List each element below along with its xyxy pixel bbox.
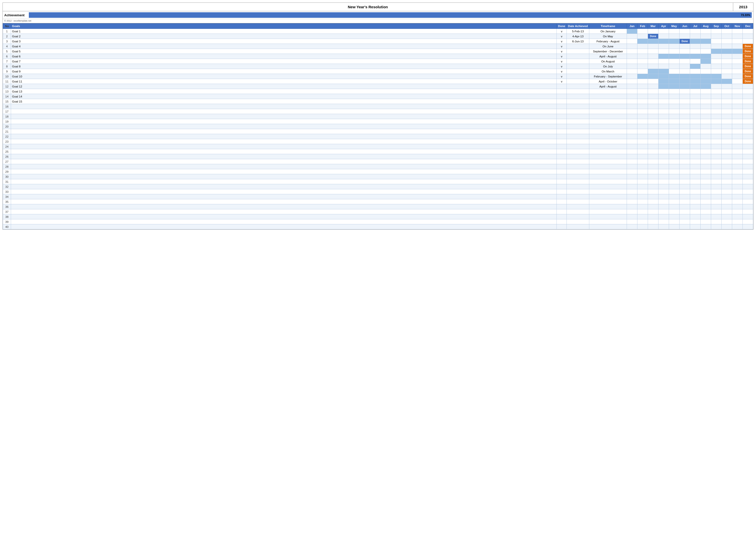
empty-cell (669, 209, 680, 214)
empty-cell (567, 149, 589, 154)
empty-cell (743, 129, 753, 134)
empty-cell (589, 119, 627, 124)
row-month-10 (722, 74, 732, 79)
row-month-4 (658, 39, 669, 44)
table-row-empty: 29 (3, 169, 753, 174)
row-month-3 (648, 79, 658, 84)
empty-cell (701, 159, 711, 164)
empty-cell (711, 104, 722, 109)
empty-cell (637, 184, 648, 189)
empty-cell (658, 189, 669, 194)
empty-cell (690, 124, 701, 129)
empty-cell (680, 119, 690, 124)
empty-cell (11, 144, 557, 149)
empty-cell (557, 104, 567, 109)
empty-cell (627, 134, 637, 139)
empty-cell (637, 189, 648, 194)
row-date (567, 99, 589, 104)
row-month-4 (658, 64, 669, 69)
empty-cell (637, 149, 648, 154)
empty-cell (627, 124, 637, 129)
empty-cell (658, 134, 669, 139)
empty-cell (11, 194, 557, 199)
row-month-8 (701, 29, 711, 34)
row-timeframe: April - August (589, 84, 627, 89)
table-row: 4Goal 4vOn JuneDone (3, 44, 753, 49)
row-month-7 (690, 39, 701, 44)
row-month-10 (722, 59, 732, 64)
row-month-6 (680, 99, 690, 104)
achievement-row: Achievement 73.33% (3, 11, 753, 19)
empty-cell (701, 129, 711, 134)
row-month-6 (680, 84, 690, 89)
empty-cell (648, 214, 658, 219)
empty-cell (11, 184, 557, 189)
empty-cell (557, 169, 567, 174)
empty-cell (567, 184, 589, 189)
row-month-7 (690, 74, 701, 79)
empty-cell (722, 139, 732, 144)
row-number: 31 (3, 179, 11, 184)
empty-cell (567, 169, 589, 174)
empty-cell (567, 179, 589, 184)
row-number: 9 (3, 69, 11, 74)
empty-cell (557, 164, 567, 169)
empty-cell (589, 154, 627, 159)
empty-cell (627, 159, 637, 164)
empty-cell (567, 129, 589, 134)
row-month-5 (669, 99, 680, 104)
empty-cell (637, 179, 648, 184)
empty-cell (701, 139, 711, 144)
col-apr: Apr (658, 24, 669, 29)
empty-cell (680, 194, 690, 199)
empty-cell (627, 204, 637, 209)
row-month-12: Done (743, 79, 753, 84)
row-goal: Goal 10 (11, 74, 557, 79)
empty-cell (589, 104, 627, 109)
empty-cell (743, 169, 753, 174)
row-month-5 (669, 74, 680, 79)
empty-cell (557, 154, 567, 159)
row-done (557, 89, 567, 94)
row-month-9 (711, 44, 722, 49)
empty-cell (743, 164, 753, 169)
row-goal: Goal 12 (11, 84, 557, 89)
table-row: 8Goal 8vOn JulyDone (3, 64, 753, 69)
empty-cell (743, 224, 753, 229)
table-row-empty: 26 (3, 154, 753, 159)
row-timeframe: April - August (589, 54, 627, 59)
empty-cell (637, 134, 648, 139)
empty-cell (669, 124, 680, 129)
col-oct: Oct (722, 24, 732, 29)
row-number: 5 (3, 49, 11, 54)
row-month-9 (711, 69, 722, 74)
table-row: 7Goal 7vOn AugustDone (3, 59, 753, 64)
empty-cell (669, 149, 680, 154)
empty-cell (690, 104, 701, 109)
row-timeframe (589, 94, 627, 99)
row-month-6 (680, 79, 690, 84)
row-number: 22 (3, 134, 11, 139)
empty-cell (743, 209, 753, 214)
empty-cell (711, 129, 722, 134)
empty-cell (743, 174, 753, 179)
row-month-6 (680, 64, 690, 69)
empty-cell (711, 119, 722, 124)
table-row: 9Goal 9vOn MarchDone (3, 69, 753, 74)
table-row-empty: 18 (3, 114, 753, 119)
empty-cell (732, 219, 743, 224)
empty-cell (11, 219, 557, 224)
empty-cell (680, 144, 690, 149)
row-month-1 (627, 34, 637, 39)
row-date (567, 59, 589, 64)
row-month-1 (627, 79, 637, 84)
empty-cell (637, 119, 648, 124)
row-timeframe: On August (589, 59, 627, 64)
empty-cell (648, 119, 658, 124)
row-month-12 (743, 84, 753, 89)
row-date (567, 94, 589, 99)
empty-cell (637, 169, 648, 174)
row-month-2 (637, 69, 648, 74)
empty-cell (701, 214, 711, 219)
row-month-11 (732, 64, 743, 69)
